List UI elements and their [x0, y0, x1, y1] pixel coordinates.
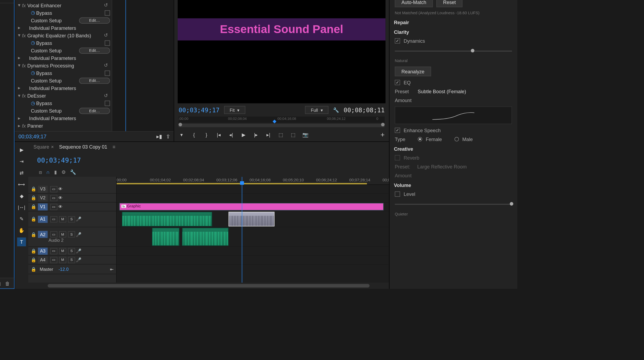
reset-icon[interactable]: ↺ — [104, 0, 110, 1]
lift-icon[interactable]: ⬚ — [278, 132, 284, 138]
project-clip-row[interactable]: Audio 1_6.wav48000 Hz00:00: — [0, 37, 14, 45]
ec-export-icon[interactable]: ⇪ — [166, 134, 170, 140]
twisty-icon[interactable]: ▾ — [17, 63, 22, 68]
bypass-checkbox[interactable] — [105, 100, 110, 106]
edit-button[interactable]: Edit… — [79, 17, 110, 23]
timeline-ruler[interactable]: 00;0000;01;04;0200;02;08;0400;03;12;0600… — [117, 177, 389, 185]
program-resolution-dropdown[interactable]: Full▾ — [305, 106, 329, 114]
track-output-toggle[interactable]: ▭ — [50, 195, 57, 201]
ec-timecode[interactable]: 00;03;49;17 — [19, 134, 46, 140]
program-fit-dropdown[interactable]: Fit▾ — [224, 106, 245, 114]
twisty-icon[interactable]: ▸ — [17, 85, 22, 91]
add-button-icon[interactable]: + — [380, 131, 385, 139]
hand-tool-icon[interactable]: ✋ — [17, 226, 26, 235]
extract-icon[interactable]: ⬚ — [290, 132, 296, 138]
wrench-icon[interactable]: 🔧 — [333, 107, 339, 113]
dynamics-checkbox[interactable] — [395, 38, 400, 44]
track-v2[interactable]: V2 — [38, 194, 47, 201]
project-clip-row[interactable]: Audio 1_15.wav48000 Hz00:00: — [0, 113, 14, 121]
track-a3[interactable]: A3 — [38, 247, 47, 254]
settings-icon[interactable]: ⚙ — [61, 169, 66, 175]
panel-menu-icon[interactable]: ≡ — [112, 144, 115, 149]
fx-bypass[interactable]: Bypass — [36, 70, 103, 76]
timeline-timecode[interactable]: 00;03;49;17 — [28, 156, 117, 164]
program-playhead[interactable] — [273, 120, 277, 123]
track-output-toggle[interactable]: ▭ — [50, 216, 57, 222]
lock-icon[interactable]: 🔒 — [31, 217, 36, 221]
project-clip-row[interactable]: Audio 1_3.wav48000 Hz00:00: — [0, 12, 14, 20]
play-icon[interactable]: ▶ — [240, 132, 247, 138]
project-clip-row[interactable]: Audio 1_14.wav48000 Hz00:00: — [0, 104, 14, 113]
step-fwd-icon[interactable]: |▸ — [253, 132, 259, 138]
master-db-value[interactable]: -12.0 — [58, 267, 69, 272]
mute-toggle[interactable]: M — [59, 248, 66, 254]
track-select-tool-icon[interactable]: ⇥ — [17, 157, 26, 166]
stopwatch-icon[interactable]: ◷ — [31, 40, 36, 46]
reset-icon[interactable]: ↺ — [104, 63, 110, 68]
mark-out-icon[interactable]: { — [191, 132, 197, 138]
lock-icon[interactable]: 🔒 — [31, 257, 36, 262]
stopwatch-icon[interactable]: ◷ — [31, 70, 36, 76]
eq-checkbox[interactable] — [395, 80, 400, 85]
auto-match-button[interactable]: Auto-Match — [395, 0, 433, 7]
timeline-playhead[interactable] — [242, 177, 243, 283]
level-checkbox[interactable] — [395, 192, 400, 197]
fx-panner[interactable]: Panner — [27, 123, 110, 128]
marker-icon[interactable]: ▮ — [54, 169, 57, 175]
project-clip-row[interactable]: Audio 1_16.wav48000 Hz00:00: — [0, 121, 14, 129]
mute-toggle[interactable]: M — [59, 257, 66, 263]
mute-toggle[interactable]: M — [59, 231, 66, 237]
twisty-icon[interactable]: ▸ — [17, 55, 22, 61]
ripple-tool-icon[interactable]: ⇄ — [17, 168, 26, 177]
step-back-icon[interactable]: ◂| — [228, 132, 234, 138]
fx-individual-params[interactable]: Individual Parameters — [29, 55, 110, 61]
twisty-icon[interactable]: ▸ — [17, 123, 22, 128]
es-repair-section[interactable]: Repair — [389, 17, 517, 27]
selection-tool-icon[interactable]: ▶ — [17, 145, 26, 154]
timeline-hscroll[interactable] — [30, 283, 387, 289]
fx-bypass[interactable]: Bypass — [36, 100, 103, 106]
track-output-toggle[interactable]: ▭ — [50, 204, 57, 210]
bin-folder-audio[interactable]: ▾ Audio — [0, 3, 14, 12]
timeline-tab-square[interactable]: Square — [34, 144, 49, 149]
bin-folder-square[interactable]: ▸ square sequence — [0, 138, 14, 146]
mic-icon[interactable]: 🎤 — [76, 217, 81, 221]
track-output-toggle[interactable]: ▭ — [50, 231, 57, 237]
solo-toggle[interactable]: S — [68, 248, 75, 254]
clip-audio-a2-1[interactable] — [152, 228, 180, 246]
track-output-toggle[interactable]: ▭ — [50, 257, 57, 263]
ec-keyframe-strip[interactable]: 600;04;16;08 Audio 1_8.wav — [112, 0, 174, 131]
fx-deesser[interactable]: DeEsser — [27, 93, 104, 98]
fx-channel-volume[interactable]: Channel Volume — [27, 0, 104, 0]
rate-stretch-tool-icon[interactable]: ⟷ — [17, 180, 26, 189]
track-output-toggle[interactable]: ▭ — [50, 186, 57, 192]
reset-icon[interactable]: ↺ — [104, 93, 110, 98]
lock-icon[interactable]: 🔒 — [31, 186, 36, 191]
twisty-icon[interactable]: ▾ — [17, 93, 22, 98]
edit-button[interactable]: Edit… — [79, 107, 110, 114]
track-a2[interactable]: A2 — [38, 231, 47, 238]
slip-tool-icon[interactable]: |↔| — [17, 203, 26, 212]
project-clip-row[interactable]: Audio 1_4.wav48000 Hz00:00: — [0, 20, 14, 28]
project-clip-row[interactable]: Audio 1_7.wav48000 Hz00:00: — [0, 45, 14, 54]
go-out-icon[interactable]: ▸| — [265, 132, 271, 138]
fx-bypass[interactable]: Bypass — [36, 10, 103, 16]
clip-audio-a1-selected[interactable] — [228, 212, 275, 226]
reset-button[interactable]: Reset — [437, 0, 463, 7]
new-item-icon[interactable]: ▤ — [0, 281, 2, 286]
dynamics-slider[interactable] — [395, 51, 512, 51]
program-scrubber[interactable] — [178, 124, 385, 127]
fx-graphic-eq[interactable]: Graphic Equalizer (10 Bands) — [27, 33, 104, 38]
program-ruler[interactable]: ;00;0000;02;08;0400;04;16;0800;06;24;120 — [178, 117, 385, 123]
project-clip-row[interactable]: Audio 1_5.wav48000 Hz00:00: — [0, 28, 14, 37]
wrench-icon[interactable]: 🔧 — [70, 169, 76, 175]
pen-tool-icon[interactable]: ✎ — [17, 214, 26, 223]
trash-icon[interactable]: 🗑 — [5, 281, 10, 286]
enhance-speech-checkbox[interactable] — [395, 128, 400, 133]
timeline-content[interactable]: 00;0000;01;04;0200;02;08;0400;03;12;0600… — [117, 177, 389, 283]
twisty-icon[interactable]: ▸ — [17, 25, 22, 31]
track-a1[interactable]: A1 — [38, 215, 47, 222]
col-mediastart-header[interactable]: Media S — [0, 0, 6, 1]
fx-dynamics[interactable]: Dynamics Processing — [27, 63, 104, 68]
es-creative-section[interactable]: Creative — [389, 144, 517, 153]
